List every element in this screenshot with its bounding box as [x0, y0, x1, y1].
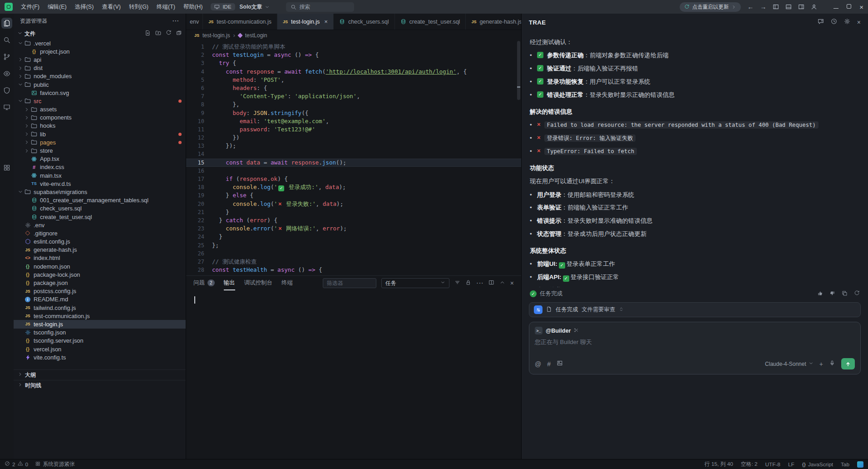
tree-item[interactable]: supabase\migrations: [14, 188, 186, 196]
tree-item[interactable]: tsconfig.json: [14, 329, 186, 337]
tab-create_test_user.sql[interactable]: create_test_user.sql: [395, 14, 466, 30]
tree-item[interactable]: create_test_user.sql: [14, 213, 186, 221]
tab-close-icon[interactable]: ×: [324, 18, 328, 25]
new-chat-icon[interactable]: [818, 18, 824, 26]
tree-item[interactable]: .env: [14, 221, 186, 229]
tree-item[interactable]: <>index.html: [14, 254, 186, 262]
menu-item[interactable]: 终端(T): [153, 2, 179, 12]
tree-item[interactable]: JStest-login.js: [14, 320, 186, 328]
tree-item[interactable]: lib: [14, 130, 186, 138]
menu-item[interactable]: 编辑(E): [44, 2, 70, 12]
tree-item[interactable]: vite.config.ts: [14, 353, 186, 361]
close-button[interactable]: ×: [859, 4, 863, 10]
security-icon[interactable]: [1, 85, 12, 96]
code-line[interactable]: 19 } else {: [186, 191, 521, 200]
thumbs-up-icon[interactable]: [817, 290, 823, 298]
new-file-icon[interactable]: [145, 30, 151, 37]
copy-icon[interactable]: [842, 290, 848, 298]
tab-test-communication.js[interactable]: JStest-communication.js: [203, 14, 277, 30]
code-line[interactable]: 14: [186, 150, 521, 158]
tree-item[interactable]: iREADME.md: [14, 295, 186, 304]
timeline-section[interactable]: 时间线: [14, 380, 186, 390]
tree-item[interactable]: .gitignore: [14, 229, 186, 237]
code-line[interactable]: 16: [186, 167, 521, 175]
code-line[interactable]: 23 console.error('× 网络错误:', error);: [186, 225, 521, 233]
regenerate-icon[interactable]: [854, 290, 860, 298]
tree-item[interactable]: 001_create_user_management_tables.sql: [14, 196, 186, 205]
send-button[interactable]: [841, 358, 855, 369]
code-line[interactable]: 1// 测试登录功能的简单脚本: [186, 43, 521, 51]
explorer-more-icon[interactable]: ···: [173, 18, 179, 24]
global-search[interactable]: 搜索: [286, 2, 354, 12]
tree-item[interactable]: main.tsx: [14, 171, 186, 180]
code-line[interactable]: 25};: [186, 241, 521, 249]
tree-item[interactable]: components: [14, 114, 186, 122]
preview-icon[interactable]: [1, 68, 12, 79]
panel-tab-调试控制台[interactable]: 调试控制台: [244, 276, 273, 290]
search-icon[interactable]: [1, 35, 12, 45]
panel-tab-输出[interactable]: 输出: [224, 276, 235, 290]
refresh-icon[interactable]: [166, 30, 172, 37]
update-button[interactable]: 点击重启以更新: [680, 2, 741, 12]
menu-item[interactable]: 文件(F): [17, 2, 43, 12]
resource-status[interactable]: 系统资源紧张: [35, 461, 75, 468]
code-line[interactable]: 21 }: [186, 208, 521, 216]
breadcrumb[interactable]: JS test-login.js › testLogin: [186, 30, 521, 41]
code-editor[interactable]: 1// 测试登录功能的简单脚本2const testLogin = async …: [186, 41, 521, 275]
code-line[interactable]: 7 'Content-Type': 'application/json',: [186, 92, 521, 100]
collapse-all-icon[interactable]: [176, 30, 182, 37]
problems-status[interactable]: 2 0: [5, 461, 28, 468]
tree-item[interactable]: TSvite-env.d.ts: [14, 180, 186, 188]
trae-corner-badge[interactable]: [857, 461, 863, 468]
code-line[interactable]: 8 },: [186, 100, 521, 109]
solo-selector[interactable]: Solo文章: [240, 3, 270, 11]
encoding[interactable]: UTF-8: [765, 461, 780, 468]
code-line[interactable]: 22 } catch (error) {: [186, 216, 521, 225]
code-line[interactable]: 12 }): [186, 134, 521, 142]
tree-item[interactable]: hooks: [14, 122, 186, 130]
menu-item[interactable]: 选择(S): [71, 2, 98, 12]
history-icon[interactable]: [831, 18, 837, 26]
eol[interactable]: LF: [788, 461, 794, 468]
code-line[interactable]: 2const testLogin = async () => {: [186, 51, 521, 59]
outline-section[interactable]: 大纲: [14, 369, 186, 380]
tree-item[interactable]: #index.css: [14, 163, 186, 171]
tree-item[interactable]: JStailwind.config.js: [14, 304, 186, 312]
output-content[interactable]: [186, 290, 521, 459]
chat-input[interactable]: 您正在与 Builder 聊天: [535, 338, 855, 354]
account-icon[interactable]: [811, 4, 817, 10]
tree-item[interactable]: assets: [14, 105, 186, 114]
back-icon[interactable]: ←: [747, 3, 754, 10]
code-line[interactable]: 3 try {: [186, 59, 521, 67]
tab-test-login.js[interactable]: JStest-login.js×: [277, 14, 334, 30]
code-line[interactable]: 27// 测试健康检查: [186, 258, 521, 266]
filter-input[interactable]: [323, 278, 376, 288]
mic-icon[interactable]: [829, 360, 835, 368]
layout-right-icon[interactable]: [798, 4, 804, 10]
tree-item[interactable]: {}project.json: [14, 47, 186, 55]
agent-row[interactable]: >_ @Builder: [535, 327, 855, 334]
forward-icon[interactable]: →: [760, 3, 766, 10]
extensions-grid-icon[interactable]: [1, 162, 12, 173]
tree-item[interactable]: api: [14, 55, 186, 64]
settings-icon[interactable]: [844, 18, 850, 26]
remote-monitor-icon[interactable]: [1, 102, 12, 113]
code-line[interactable]: 18 console.log('✓ 登录成功:', data);: [186, 183, 521, 191]
menu-item[interactable]: 帮助(H): [180, 2, 206, 12]
tab-status[interactable]: Tab: [841, 461, 849, 468]
tree-item[interactable]: pages: [14, 138, 186, 146]
image-icon[interactable]: [557, 360, 563, 368]
tree-item[interactable]: JStest-communication.js: [14, 312, 186, 320]
panel-more-icon[interactable]: ···: [476, 279, 483, 287]
panel-tab-问题[interactable]: 问题2: [193, 276, 215, 290]
code-line[interactable]: 24 }: [186, 233, 521, 241]
tree-item[interactable]: JSgenerate-hash.js: [14, 246, 186, 254]
tree-item[interactable]: store: [14, 146, 186, 155]
editor-scrollbar[interactable]: [516, 41, 521, 275]
thumbs-down-icon[interactable]: [829, 290, 835, 298]
tab-check_users.sql[interactable]: check_users.sql: [334, 14, 395, 30]
layout-sidebar-icon[interactable]: [773, 4, 779, 10]
code-line[interactable]: 17 if (response.ok) {: [186, 175, 521, 183]
cursor-position[interactable]: 行 15, 列 40: [705, 461, 733, 468]
code-line[interactable]: 10 email: 'test@example.com',: [186, 117, 521, 125]
